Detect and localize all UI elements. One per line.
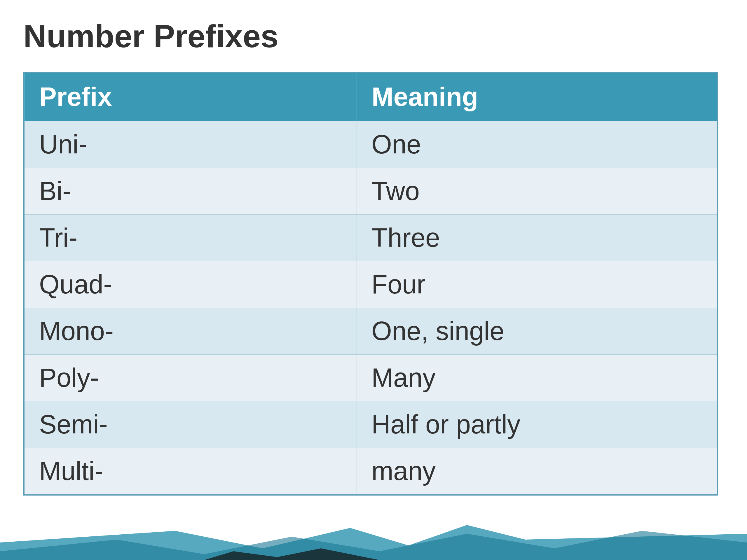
- cell-meaning: Three: [357, 215, 717, 261]
- table-row: Tri-Three: [24, 215, 717, 261]
- cell-prefix: Quad-: [24, 261, 357, 308]
- cell-prefix: Mono-: [24, 308, 357, 355]
- cell-prefix: Bi-: [24, 168, 357, 215]
- cell-meaning: Many: [357, 355, 717, 401]
- cell-meaning: Four: [357, 261, 717, 308]
- table-body: Uni-OneBi-TwoTri-ThreeQuad-FourMono-One,…: [24, 121, 717, 495]
- column-header-prefix: Prefix: [24, 73, 357, 121]
- table-row: Uni-One: [24, 121, 717, 168]
- prefix-table: Prefix Meaning Uni-OneBi-TwoTri-ThreeQua…: [24, 73, 717, 495]
- cell-meaning: Two: [357, 168, 717, 215]
- bottom-decoration: [0, 525, 747, 560]
- cell-meaning: many: [357, 448, 717, 495]
- table-row: Bi-Two: [24, 168, 717, 215]
- table-row: Multi-many: [24, 448, 717, 495]
- table-row: Semi-Half or partly: [24, 401, 717, 448]
- cell-prefix: Poly-: [24, 355, 357, 401]
- cell-meaning: One, single: [357, 308, 717, 355]
- column-header-meaning: Meaning: [357, 73, 717, 121]
- table-row: Poly-Many: [24, 355, 717, 401]
- table-row: Mono-One, single: [24, 308, 717, 355]
- cell-meaning: Half or partly: [357, 401, 717, 448]
- table-row: Quad-Four: [24, 261, 717, 308]
- cell-prefix: Uni-: [24, 121, 357, 168]
- cell-prefix: Semi-: [24, 401, 357, 448]
- page-title: Number Prefixes: [23, 18, 724, 55]
- page-container: Number Prefixes Prefix Meaning Uni-OneBi…: [0, 0, 747, 560]
- table-container: Prefix Meaning Uni-OneBi-TwoTri-ThreeQua…: [23, 72, 718, 496]
- cell-meaning: One: [357, 121, 717, 168]
- cell-prefix: Tri-: [24, 215, 357, 261]
- table-header-row: Prefix Meaning: [24, 73, 717, 121]
- cell-prefix: Multi-: [24, 448, 357, 495]
